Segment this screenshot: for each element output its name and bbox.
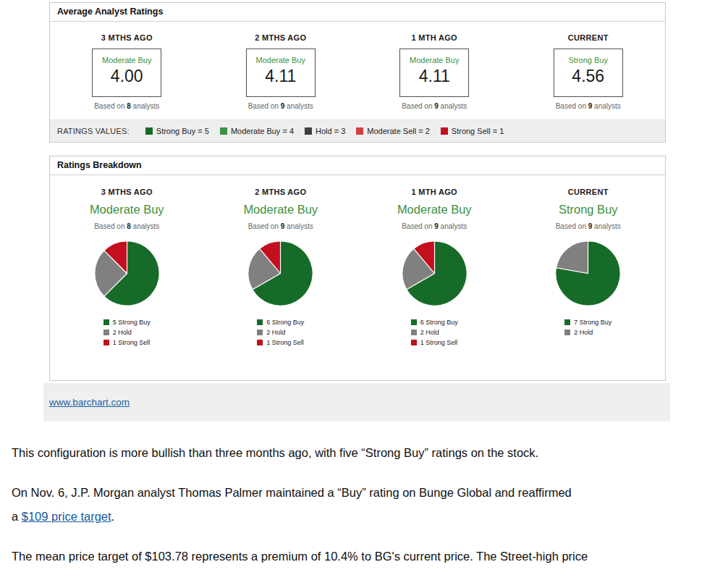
based-prefix: Based on (402, 222, 434, 230)
strong-buy-swatch-icon (564, 319, 570, 325)
based-suffix: analysts (592, 222, 620, 230)
pie-legend-label: 2 Hold (266, 329, 285, 336)
legend-item-label: Moderate Sell = 2 (367, 127, 430, 135)
rating-value-box: Moderate Buy 4.11 (246, 49, 316, 97)
ratings-breakdown-panel: Ratings Breakdown 3 MTHS AGO Moderate Bu… (49, 156, 666, 381)
paragraph-line: a $109 price target. (12, 505, 722, 529)
article-body: This configuration is more bullish than … (12, 441, 722, 575)
average-ratings-columns: 3 MTHS AGO Moderate Buy 4.00 Based on 8 … (50, 22, 665, 119)
pie-legend-label: 2 Hold (113, 329, 132, 336)
pie-legend: 7 Strong Buy 2 Hold (564, 316, 611, 336)
pie-legend-label: 6 Strong Buy (420, 319, 458, 326)
hold-swatch-icon (257, 330, 263, 335)
ratings-values-legend-bar: RATINGS VALUES: Strong Buy = 5 Moderate … (50, 119, 665, 142)
rating-value-box: Moderate Buy 4.00 (92, 49, 161, 97)
pie-legend-label: 7 Strong Buy (574, 319, 611, 326)
analyst-count-note: Based on 9 analysts (204, 222, 358, 230)
legend-item-moderate-buy: Moderate Buy = 4 (220, 127, 294, 135)
based-prefix: Based on (556, 222, 588, 230)
breakdown-column-1mth: 1 MTH AGO Moderate Buy Based on 9 analys… (357, 188, 512, 348)
paragraph-price-target: The mean price target of $103.78 represe… (12, 545, 722, 575)
rating-label: Moderate Buy (400, 56, 468, 64)
average-ratings-panel-title: Average Analyst Ratings (50, 3, 665, 22)
pie-legend-label: 1 Strong Sell (420, 339, 458, 346)
pie-legend-row: 2 Hold (411, 329, 458, 336)
legend-item-hold: Hold = 3 (305, 127, 345, 135)
pie-legend: 6 Strong Buy 2 Hold 1 Strong Sell (411, 316, 458, 346)
period-label: 3 MTHS AGO (50, 33, 204, 42)
hold-swatch-icon (564, 330, 570, 335)
rating-value: 4.11 (247, 67, 315, 86)
price-target-link[interactable]: $109 price target (22, 510, 111, 523)
moderate-sell-swatch-icon (356, 127, 363, 135)
pie-legend-row: 1 Strong Sell (103, 339, 151, 346)
based-suffix: analysts (284, 102, 313, 110)
based-prefix: Based on (556, 102, 588, 110)
ratings-breakdown-panel-title: Ratings Breakdown (50, 156, 665, 175)
paragraph-text: a (12, 510, 22, 523)
breakdown-column-3mths: 3 MTHS AGO Moderate Buy Based on 8 analy… (50, 188, 204, 348)
analyst-count-note: Based on 9 analysts (357, 222, 512, 230)
based-prefix: Based on (94, 222, 127, 230)
paragraph-line: The mean price target of $103.78 represe… (12, 545, 722, 568)
pie-legend-label: 1 Strong Sell (266, 339, 304, 346)
pie-legend-row: 6 Strong Buy (411, 319, 458, 326)
legend-item-label: Strong Sell = 1 (452, 127, 504, 135)
avg-column-current: CURRENT Strong Buy 4.56 Based on 9 analy… (512, 33, 666, 110)
based-suffix: analysts (131, 222, 159, 230)
based-suffix: analysts (131, 102, 159, 110)
rating-value: 4.56 (554, 67, 622, 86)
rating-value-box: Moderate Buy 4.11 (399, 49, 469, 97)
strong-sell-swatch-icon (103, 340, 109, 345)
analyst-count-note: Based on 8 analysts (50, 102, 204, 110)
rating-value: 4.00 (93, 67, 161, 86)
breakdown-column-current: CURRENT Strong Buy Based on 9 analysts 7… (512, 188, 666, 348)
pie-chart-3mths (93, 239, 161, 308)
hold-swatch-icon (411, 330, 417, 335)
ratings-breakdown-columns: 3 MTHS AGO Moderate Buy Based on 8 analy… (50, 175, 665, 380)
based-prefix: Based on (248, 222, 281, 230)
period-label: 1 MTH AGO (357, 188, 512, 196)
barchart-source-link[interactable]: www.barchart.com (49, 397, 130, 408)
analyst-count-note: Based on 9 analysts (357, 102, 512, 110)
period-label: CURRENT (512, 33, 666, 42)
analyst-count-note: Based on 9 analysts (204, 102, 358, 110)
based-prefix: Based on (248, 102, 281, 110)
pie-slice-hold (556, 241, 588, 274)
ratings-values-label: RATINGS VALUES: (57, 127, 130, 135)
pie-legend-label: 2 Hold (420, 329, 439, 336)
based-suffix: analysts (439, 102, 467, 110)
legend-item-label: Hold = 3 (316, 127, 345, 135)
legend-item-moderate-sell: Moderate Sell = 2 (356, 127, 430, 135)
rating-label: Moderate Buy (357, 203, 512, 217)
strong-sell-swatch-icon (411, 340, 417, 345)
avg-column-3mths: 3 MTHS AGO Moderate Buy 4.00 Based on 8 … (50, 33, 204, 110)
strong-buy-swatch-icon (145, 127, 153, 135)
rating-label: Moderate Buy (247, 56, 315, 64)
moderate-buy-swatch-icon (220, 127, 227, 135)
hold-swatch-icon (103, 330, 109, 335)
rating-label: Strong Buy (512, 203, 666, 217)
pie-legend-row: 6 Strong Buy (257, 319, 304, 326)
based-prefix: Based on (94, 102, 127, 110)
based-prefix: Based on (402, 102, 434, 110)
pie-chart-current (554, 239, 622, 308)
hold-swatch-icon (305, 127, 312, 135)
analyst-ratings-figure: Average Analyst Ratings 3 MTHS AGO Moder… (43, 0, 670, 421)
pie-legend-row: 7 Strong Buy (564, 319, 611, 326)
pie-chart-1mth (400, 239, 469, 308)
pie-legend-label: 6 Strong Buy (266, 319, 304, 326)
rating-label: Strong Buy (554, 56, 622, 64)
period-label: 1 MTH AGO (357, 33, 512, 42)
rating-label: Moderate Buy (204, 203, 358, 217)
period-label: CURRENT (512, 188, 666, 196)
avg-column-1mth: 1 MTH AGO Moderate Buy 4.11 Based on 9 a… (357, 33, 512, 110)
period-label: 3 MTHS AGO (50, 188, 204, 196)
paragraph-jpmorgan: On Nov. 6, J.P. Morgan analyst Thomas Pa… (12, 481, 722, 529)
source-attribution-bar: www.barchart.com (43, 383, 670, 421)
strong-sell-swatch-icon (441, 127, 448, 135)
breakdown-column-2mths: 2 MTHS AGO Moderate Buy Based on 9 analy… (204, 188, 358, 348)
analyst-count-note: Based on 9 analysts (512, 222, 666, 230)
legend-item-strong-buy: Strong Buy = 5 (145, 127, 209, 135)
based-suffix: analysts (592, 102, 620, 110)
